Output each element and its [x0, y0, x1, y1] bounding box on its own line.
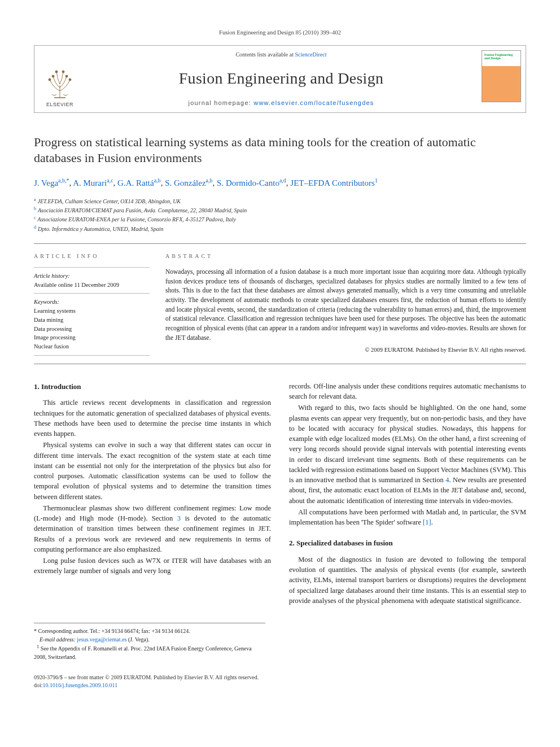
- body-paragraph: Long pulse fusion devices such as W7X or…: [34, 556, 271, 576]
- article-history-block: Article history: Available online 11 Dec…: [34, 267, 150, 294]
- aff-mark: a,b,*: [58, 177, 69, 184]
- keyword: Data processing: [34, 325, 150, 334]
- affiliation-list: aJET.EFDA, Culham Science Center, OX14 3…: [34, 196, 526, 233]
- article-history-text: Available online 11 December 2009: [34, 281, 150, 290]
- email-line: E-mail address: jesus.vega@ciemat.es (J.…: [34, 635, 265, 644]
- keywords-block: Keywords: Learning systems Data mining D…: [34, 293, 150, 356]
- para-frag: All computations have been performed wit…: [289, 508, 526, 526]
- body-paragraph: With regard to this, two facts should be…: [289, 403, 526, 506]
- para-frag: With regard to this, two facts should be…: [289, 404, 526, 484]
- section-1-heading: 1. Introduction: [34, 381, 271, 392]
- abstract-copyright: © 2009 EURATOM. Published by Elsevier B.…: [165, 346, 526, 355]
- body-paragraph: Thermonuclear plasmas show two different…: [34, 503, 271, 554]
- aff-text: Associazione EURATOM-ENEA per la Fusione…: [38, 217, 236, 223]
- author-ratta[interactable]: G.A. Rattá: [117, 178, 154, 187]
- svg-point-4: [55, 71, 58, 73]
- article-info-heading: article info: [34, 252, 150, 260]
- keyword: Nuclear fusion: [34, 342, 150, 351]
- aff-sup: d: [34, 225, 36, 230]
- author-gonzalez[interactable]: S. González: [165, 178, 205, 187]
- footnotes: * Corresponding author. Tel.: +34 9134 6…: [34, 623, 265, 661]
- abstract-text: Nowadays, processing all information of …: [165, 267, 526, 342]
- aff-mark: a,d: [279, 177, 286, 184]
- article-info-column: article info Article history: Available …: [34, 252, 150, 356]
- cover-thumb-title: Fusion Engineering and Design: [484, 53, 518, 60]
- body-paragraph: This article reviews recent developments…: [34, 397, 271, 439]
- journal-homepage-link[interactable]: www.elsevier.com/locate/fusengdes: [253, 99, 374, 106]
- author-vega[interactable]: J. Vega: [34, 178, 58, 187]
- publisher-label: ELSEVIER: [46, 101, 73, 109]
- journal-cover-thumb-wrap: Fusion Engineering and Design: [477, 46, 526, 112]
- aff-sup: c: [34, 215, 36, 220]
- contents-prefix: Contents lists available at: [235, 51, 295, 58]
- email-label: E-mail address:: [40, 636, 76, 643]
- aff-mark: a,c: [107, 177, 113, 184]
- info-abstract-row: article info Article history: Available …: [34, 243, 526, 364]
- body-paragraph: Most of the diagnostics in fusion are de…: [289, 554, 526, 606]
- doi-link[interactable]: 10.1016/j.fusengdes.2009.10.011: [43, 682, 118, 688]
- front-matter-line: 0920-3796/$ – see front matter © 2009 EU…: [34, 674, 526, 682]
- corresponding-author-note: * Corresponding author. Tel.: +34 9134 6…: [34, 627, 265, 635]
- doi-prefix: doi:: [34, 682, 43, 688]
- aff-sup: b: [34, 206, 36, 211]
- email-who: (J. Vega).: [128, 636, 150, 643]
- keyword: Image processing: [34, 333, 150, 342]
- elsevier-tree-icon: [43, 63, 77, 100]
- aff-sup: a: [34, 197, 36, 202]
- keyword: Learning systems: [34, 307, 150, 316]
- citation-link-1[interactable]: [1]: [423, 518, 431, 526]
- svg-point-3: [65, 75, 68, 77]
- keywords-label: Keywords:: [34, 298, 150, 307]
- journal-cover-thumb: Fusion Engineering and Design: [482, 50, 521, 102]
- footnote-1-text: See the Appendix of F. Romanelli et al. …: [34, 645, 252, 660]
- aff-mark: a,b: [154, 177, 161, 184]
- running-header: Fusion Engineering and Design 85 (2010) …: [34, 28, 526, 37]
- body-columns: 1. Introduction This article reviews rec…: [34, 381, 526, 607]
- article-title: Progress on statistical learning systems…: [34, 134, 526, 166]
- affiliation-d: dDpto. Informática y Automática, UNED, M…: [34, 224, 526, 233]
- journal-homepage-line: journal homepage: www.elsevier.com/locat…: [188, 98, 374, 108]
- svg-point-0: [49, 78, 51, 81]
- affiliation-b: bAsociación EURATOM/CIEMAT para Fusión, …: [34, 206, 526, 215]
- author-list: J. Vegaa,b,*, A. Muraria,c, G.A. Rattáa,…: [34, 176, 526, 190]
- body-paragraph: All computations have been performed wit…: [289, 507, 526, 528]
- publisher-block: ELSEVIER: [34, 46, 85, 112]
- page-footer: 0920-3796/$ – see front matter © 2009 EU…: [34, 674, 526, 689]
- body-paragraph: Physical systems can evolve in such a wa…: [34, 440, 271, 502]
- journal-masthead: ELSEVIER Contents lists available at Sci…: [34, 45, 526, 113]
- body-col-right: records. Off-line analysis under these c…: [289, 381, 526, 607]
- author-jet-efda[interactable]: JET–EFDA Contributors: [290, 178, 375, 187]
- aff-mark: 1: [375, 177, 378, 184]
- article-history-label: Article history:: [34, 272, 150, 281]
- author-dormido-canto[interactable]: S. Dormido-Canto: [217, 178, 279, 187]
- doi-line: doi:10.1016/j.fusengdes.2009.10.011: [34, 682, 526, 689]
- abstract-column: abstract Nowadays, processing all inform…: [165, 252, 526, 356]
- svg-point-2: [52, 75, 54, 77]
- keyword: Data mining: [34, 316, 150, 325]
- aff-text: JET.EFDA, Culham Science Center, OX14 3D…: [38, 198, 181, 204]
- body-col-left: 1. Introduction This article reviews rec…: [34, 381, 271, 607]
- corresponding-email-link[interactable]: jesus.vega@ciemat.es: [77, 636, 126, 643]
- aff-mark: a,b: [206, 177, 213, 184]
- contents-available-line: Contents lists available at ScienceDirec…: [235, 50, 326, 59]
- body-paragraph: records. Off-line analysis under these c…: [289, 381, 526, 402]
- sciencedirect-link[interactable]: ScienceDirect: [295, 51, 326, 58]
- homepage-prefix: journal homepage:: [188, 99, 253, 106]
- aff-text: Asociación EURATOM/CIEMAT para Fusión, A…: [38, 207, 247, 213]
- section-2-heading: 2. Specialized databases in fusion: [289, 538, 526, 549]
- journal-name: Fusion Engineering and Design: [179, 67, 384, 90]
- author-murari[interactable]: A. Murari: [73, 178, 107, 187]
- svg-point-5: [62, 71, 64, 73]
- abstract-heading: abstract: [165, 252, 526, 260]
- aff-text: Dpto. Informática y Automática, UNED, Ma…: [38, 226, 164, 232]
- affiliation-c: cAssociazione EURATOM-ENEA per la Fusion…: [34, 215, 526, 224]
- svg-point-1: [69, 78, 71, 81]
- footnote-1: 1 See the Appendix of F. Romanelli et al…: [34, 644, 265, 661]
- footnote-1-mark: 1: [37, 644, 39, 649]
- affiliation-a: aJET.EFDA, Culham Science Center, OX14 3…: [34, 196, 526, 206]
